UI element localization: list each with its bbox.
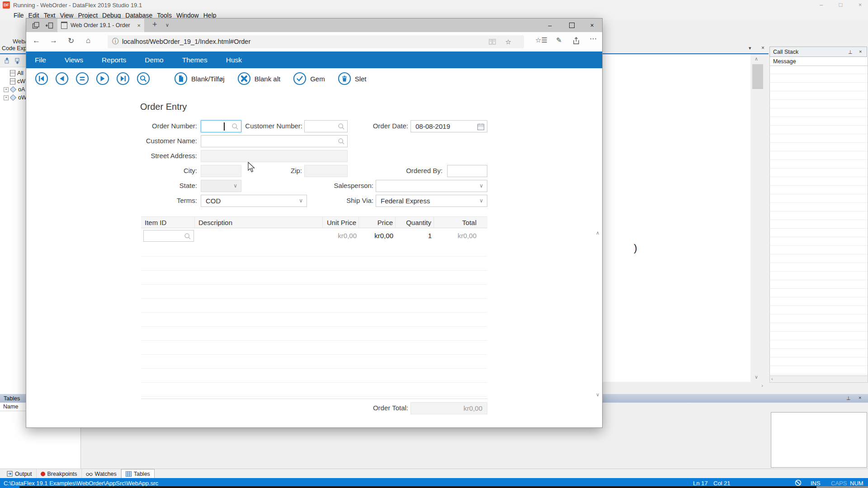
document-icon — [10, 78, 15, 84]
delete-trash-icon — [338, 72, 351, 85]
pin-icon[interactable]: ⊥ — [848, 49, 853, 55]
column-item-id[interactable]: Item ID — [141, 217, 195, 228]
order-number-label: Order Number: — [116, 122, 197, 130]
sync-up-icon[interactable] — [4, 57, 10, 64]
blank-all-button[interactable]: Blank alt — [237, 72, 281, 85]
ide-close-button[interactable]: × — [850, 0, 868, 10]
webapp-menu-file[interactable]: File — [35, 56, 46, 64]
screen: DF Running - WebOrder - DataFlex 2019 St… — [0, 0, 868, 488]
tab-breakpoints-label: Breakpoints — [47, 471, 77, 477]
browser-maximize-button[interactable] — [561, 19, 582, 32]
close-icon[interactable]: × — [859, 49, 862, 54]
tab-preview-chevron-icon[interactable]: ∨ — [165, 22, 169, 28]
browser-minimize-button[interactable]: – — [540, 19, 560, 32]
refresh-icon[interactable]: ↻ — [68, 36, 74, 46]
grid-row[interactable]: kr0,00 kr0,00 1 kr0,00 — [141, 228, 487, 243]
share-icon[interactable] — [572, 37, 580, 45]
grid-scroll-up-icon[interactable]: ∧ — [596, 230, 599, 236]
blank-add-button[interactable]: Blank/Tilføj — [174, 72, 225, 85]
list-records-button[interactable] — [75, 72, 89, 85]
forward-icon[interactable]: → — [50, 36, 57, 45]
call-stack-column-message[interactable]: Message — [770, 57, 868, 66]
call-stack-horizontal-scrollbar[interactable]: ‹ — [769, 375, 868, 383]
maximize-square-icon — [569, 23, 575, 28]
ide-menu-file[interactable]: File — [14, 12, 24, 19]
browser-close-button[interactable]: × — [582, 19, 602, 32]
scroll-up-icon[interactable]: ∧ — [755, 56, 758, 62]
object-icon — [10, 86, 16, 93]
tree-item-label: cW — [17, 78, 25, 84]
tab-tables[interactable]: Tables — [121, 469, 155, 479]
tab-close-icon[interactable]: × — [137, 22, 141, 29]
customer-name-input[interactable] — [201, 135, 348, 147]
browser-tab-active[interactable]: Web Order 19.1 - Order × — [57, 19, 144, 32]
expand-plus-icon[interactable]: + — [4, 87, 9, 92]
column-price[interactable]: Price — [359, 217, 396, 228]
add-favorite-star-icon[interactable]: ☆ — [505, 38, 511, 46]
scroll-down-icon[interactable]: ∨ — [755, 374, 758, 380]
tree-item-label: All — [17, 70, 24, 76]
ordered-by-input[interactable] — [447, 165, 487, 177]
set-tabs-aside-icon[interactable] — [32, 22, 40, 29]
browser-tab-bar: Web Order 19.1 - Order × + ∨ – × — [26, 19, 602, 32]
first-record-button[interactable] — [35, 72, 48, 85]
salesperson-select[interactable]: ∨ — [376, 180, 487, 192]
back-icon[interactable]: ← — [33, 36, 40, 45]
delete-button[interactable]: Slet — [338, 72, 367, 85]
pin-icon[interactable]: ⊥ — [846, 395, 851, 401]
favorites-hub-icon[interactable]: ☆☰ — [535, 36, 547, 44]
editor-vertical-scrollbar[interactable]: ∧ ∨ — [750, 54, 765, 382]
order-date-input[interactable]: 08-08-2019 — [410, 120, 487, 132]
last-record-button[interactable] — [116, 72, 130, 85]
webapp-menu-themes[interactable]: Themes — [182, 56, 208, 64]
webapp-menu-demo[interactable]: Demo — [145, 56, 163, 64]
close-icon[interactable]: × — [859, 395, 861, 400]
url-text[interactable]: localhost/WebOrder_19_1/Index.html#Order — [122, 38, 250, 45]
next-record-button[interactable] — [96, 72, 109, 85]
site-info-icon[interactable]: ⓘ — [112, 38, 118, 46]
home-icon[interactable]: ⌂ — [86, 36, 90, 45]
tab-output-label: Output — [15, 471, 32, 477]
editor-close-icon[interactable]: × — [761, 45, 764, 51]
search-button[interactable] — [137, 72, 150, 85]
unit-price-cell: kr0,00 — [323, 228, 359, 243]
scrollbar-thumb[interactable] — [752, 64, 763, 89]
document-icon — [10, 70, 15, 76]
grid-scroll-down-icon[interactable]: ∨ — [596, 392, 599, 398]
terms-select[interactable]: COD ∨ — [201, 195, 307, 207]
tab-list-dropdown-icon[interactable]: ▾ — [749, 45, 751, 51]
ide-maximize-button[interactable]: □ — [831, 0, 850, 10]
webapp-menu-views[interactable]: Views — [65, 56, 83, 64]
column-description[interactable]: Description — [195, 217, 323, 228]
grid-empty-rows[interactable] — [141, 243, 487, 399]
reading-view-icon[interactable] — [489, 39, 496, 45]
tabs-set-aside-icon[interactable] — [46, 22, 53, 29]
ide-minimize-button[interactable]: – — [811, 0, 831, 10]
save-button[interactable]: Gem — [293, 72, 325, 85]
scroll-left-icon[interactable]: ‹ — [771, 376, 773, 381]
previous-record-button[interactable] — [55, 72, 69, 85]
expand-plus-icon[interactable]: + — [4, 95, 9, 100]
call-stack-list[interactable]: Message — [769, 57, 868, 375]
column-total[interactable]: Total — [434, 217, 479, 228]
scroll-right-icon[interactable]: › — [761, 383, 763, 388]
column-unit-price[interactable]: Unit Price — [323, 217, 359, 228]
sync-down-icon[interactable] — [14, 57, 21, 64]
lookup-magnifier-icon[interactable] — [184, 233, 191, 240]
web-note-pen-icon[interactable]: ✎ — [556, 36, 562, 44]
address-bar[interactable]: ⓘ localhost/WebOrder_19_1/Index.html#Ord… — [108, 35, 524, 48]
tab-output[interactable]: Output — [3, 469, 37, 479]
webapp-menu-reports[interactable]: Reports — [102, 56, 126, 64]
tab-tables-label: Tables — [134, 471, 150, 477]
lookup-magnifier-icon[interactable] — [338, 138, 345, 145]
new-tab-button[interactable]: + — [152, 20, 157, 29]
item-id-input[interactable] — [143, 230, 194, 242]
calendar-icon[interactable] — [477, 123, 485, 131]
tab-breakpoints[interactable]: Breakpoints — [37, 469, 82, 479]
settings-more-icon[interactable]: ⋯ — [590, 34, 597, 43]
webapp-menu-husk[interactable]: Husk — [226, 56, 242, 64]
column-quantity[interactable]: Quantity — [396, 217, 434, 228]
dataflex-app-icon: DF — [3, 1, 10, 9]
tab-watches[interactable]: Watches — [82, 469, 121, 479]
ship-via-select[interactable]: Federal Express ∨ — [376, 195, 487, 207]
